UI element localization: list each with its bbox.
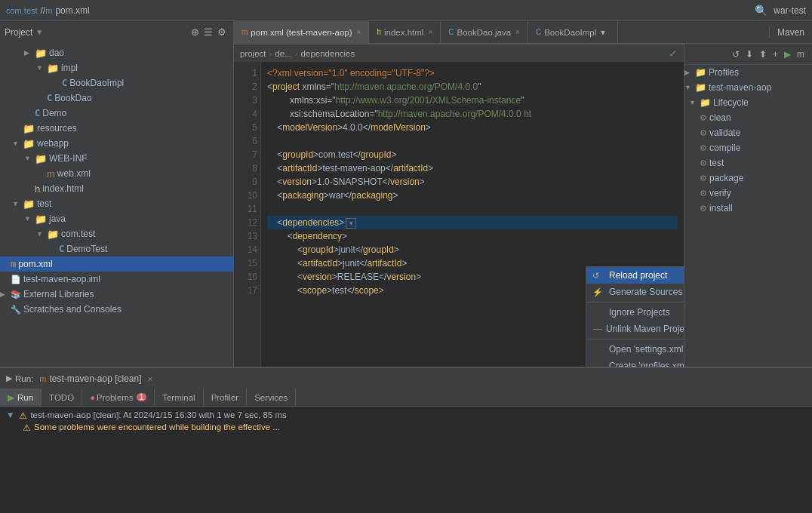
tree-arrow-test[interactable]: ▼ — [12, 200, 23, 207]
maven-run-btn[interactable]: ▶ — [783, 49, 792, 60]
tab-index[interactable]: h index.html × — [369, 21, 441, 44]
html-icon-indexhtml: h — [35, 183, 40, 195]
tree-item-impl[interactable]: ▼ 📁 impl — [0, 60, 233, 75]
tree-arrow-dao[interactable]: ▶ — [24, 49, 35, 57]
tree-item-webxml[interactable]: m web.xml — [0, 166, 233, 181]
tree-label-resources: resources — [37, 123, 77, 134]
tree-item-iml[interactable]: 📄 test-maven-aop.iml — [0, 272, 233, 287]
line-num-3: 3 — [237, 94, 257, 107]
maven-add-btn[interactable]: + — [771, 49, 780, 60]
bottom-tab-run[interactable]: ▶ Run — [0, 389, 42, 407]
code-line-4: xsi:schemaLocation="http://maven.apache.… — [267, 107, 678, 121]
settings-btn[interactable]: ⚙ — [217, 26, 226, 38]
code-line-11 — [267, 202, 678, 216]
bottom-tab-profiler[interactable]: Profiler — [204, 389, 247, 407]
verify-label: verify — [709, 188, 731, 198]
search-icon[interactable]: 🔍 — [755, 5, 767, 17]
folder-icon-java: 📁 — [35, 213, 47, 225]
tree-label-demo: Demo — [42, 108, 66, 118]
tree-item-java[interactable]: ▼ 📁 java — [0, 211, 233, 226]
tree-label-pomxml: pom.xml — [18, 259, 52, 269]
tree-item-webapp[interactable]: ▼ 📁 webapp — [0, 136, 233, 151]
tree-item-bookdao[interactable]: C BookDao — [0, 91, 233, 106]
ctx-reload-project[interactable]: ↺ Reload project — [586, 267, 684, 284]
add-tab-btn[interactable]: ⊕ — [191, 26, 199, 38]
code-line-5: <modelVersion>4.0.0</modelVersion> — [267, 121, 678, 134]
warn-icon-2: ⚠ — [23, 422, 31, 433]
maven-lifecycle-test[interactable]: ⚙ test — [684, 155, 812, 170]
breadcrumb-project[interactable]: project — [240, 49, 266, 58]
maven-lifecycle-verify[interactable]: ⚙ verify — [684, 186, 812, 201]
file-icon: m — [45, 6, 52, 15]
tree-arrow-java[interactable]: ▼ — [24, 215, 35, 223]
tab-bookdao-close[interactable]: × — [515, 28, 520, 36]
line-num-11: 11 — [237, 202, 257, 216]
ctx-create-profiles[interactable]: Create 'profiles.xml' — [586, 358, 684, 367]
maven-lifecycle[interactable]: ▼ 📁 Lifecycle — [684, 95, 812, 110]
breadcrumb-dependencies[interactable]: dependencies — [301, 49, 355, 58]
fold-icon-12[interactable]: ▾ — [346, 218, 356, 229]
tree-label-test: test — [37, 198, 51, 209]
tree-item-webinf[interactable]: ▼ 📁 WEB-INF — [0, 151, 233, 166]
bottom-tab-services[interactable]: Services — [247, 389, 296, 407]
tree-item-bookdaoimpl[interactable]: C BookDaoImpl — [0, 75, 233, 91]
tree-item-indexhtml[interactable]: h index.html — [0, 181, 233, 196]
maven-lifecycle-clean[interactable]: ⚙ clean — [684, 110, 812, 125]
package-gear-icon: ⚙ — [700, 174, 707, 183]
line-num-10: 10 — [237, 189, 257, 202]
compile-gear-icon: ⚙ — [700, 143, 707, 153]
maven-upload-btn[interactable]: ⬆ — [758, 49, 768, 60]
maven-lifecycle-validate[interactable]: ⚙ validate — [684, 125, 812, 140]
maven-project[interactable]: ▼ 📁 test-maven-aop — [684, 80, 812, 95]
maven-skip-btn[interactable]: m — [795, 49, 806, 60]
tree-item-pomxml[interactable]: m pom.xml — [0, 256, 233, 272]
tab-bookdao[interactable]: C BookDao.java × — [441, 21, 528, 44]
tree-item-demotest[interactable]: C DemoTest — [0, 241, 233, 256]
bottom-tabs: ▶ Run TODO ● Problems 1 Terminal Profile… — [0, 389, 812, 407]
tree-item-demo[interactable]: C Demo — [0, 106, 233, 121]
bottom-tab-problems[interactable]: ● Problems 1 — [82, 389, 155, 407]
maven-refresh-btn[interactable]: ↺ — [730, 49, 741, 60]
tree-item-extlibs[interactable]: ▶ 📚 External Libraries — [0, 287, 233, 302]
tree-arrow-impl[interactable]: ▼ — [36, 64, 47, 72]
line-num-17: 17 — [237, 284, 257, 297]
tree-arrow-comtest[interactable]: ▼ — [36, 230, 47, 238]
maven-download-btn[interactable]: ⬇ — [744, 49, 755, 60]
ctx-ignore-projects[interactable]: Ignore Projects — [586, 304, 684, 321]
folder-icon-impl: 📁 — [47, 63, 59, 74]
tab-index-close[interactable]: × — [428, 28, 432, 36]
project-dropdown-arrow[interactable]: ▼ — [35, 28, 43, 36]
tree-item-comtest[interactable]: ▼ 📁 com.test — [0, 226, 233, 241]
tab-pom-label: pom.xml (test-maven-aop) — [251, 28, 352, 37]
ctx-generate-sources[interactable]: ⚡ Generate Sources and Update Folders — [586, 284, 684, 300]
bottom-tab-todo[interactable]: TODO — [42, 389, 82, 407]
tab-pom-close[interactable]: × — [357, 28, 361, 36]
breadcrumb-de[interactable]: de... — [275, 49, 291, 58]
ctx-ignore-label: Ignore Projects — [609, 307, 684, 318]
tree-item-resources[interactable]: 📁 resources — [0, 121, 233, 136]
tree-item-dao[interactable]: ▶ 📁 dao — [0, 45, 233, 60]
tree-item-scratches[interactable]: 🔧 Scratches and Consoles — [0, 302, 233, 317]
tree-arrow-webinf[interactable]: ▼ — [24, 155, 35, 162]
tab-pom[interactable]: m pom.xml (test-maven-aop) × — [234, 21, 369, 44]
run-bar-close[interactable]: × — [148, 374, 153, 383]
maven-lifecycle-install[interactable]: ⚙ install — [684, 201, 812, 216]
bottom-tab-terminal[interactable]: Terminal — [155, 389, 203, 407]
list-btn[interactable]: ☰ — [204, 26, 213, 38]
ctx-unlink-maven[interactable]: — Unlink Maven Projects — [586, 321, 684, 337]
tab-bookdaoimpl[interactable]: C BookDaoImpl ▾ — [528, 21, 618, 44]
tree-item-test[interactable]: ▼ 📁 test — [0, 196, 233, 211]
problems-tab-icon: ● — [90, 393, 95, 402]
tree-arrow-extlibs[interactable]: ▶ — [0, 290, 11, 298]
tab-more-arrow[interactable]: ▾ — [596, 27, 610, 38]
sidebar: ▶ 📁 dao ▼ 📁 impl C BookDaoImpl — [0, 44, 234, 367]
run-header-arrow[interactable]: ▼ — [6, 410, 14, 419]
maven-profiles[interactable]: ▶ 📁 Profiles — [684, 65, 812, 80]
bottom-panel: ▶ Run: m test-maven-aop [clean] × ▶ Run … — [0, 367, 812, 472]
maven-lifecycle-package[interactable]: ⚙ package — [684, 170, 812, 186]
maven-lifecycle-compile[interactable]: ⚙ compile — [684, 140, 812, 155]
tree-arrow-webapp[interactable]: ▼ — [12, 140, 23, 147]
lifecycle-label: Lifecycle — [713, 97, 749, 108]
ctx-generate-label: Generate Sources and Update Folders — [609, 287, 684, 297]
ctx-open-settings[interactable]: Open 'settings.xml' — [586, 341, 684, 358]
